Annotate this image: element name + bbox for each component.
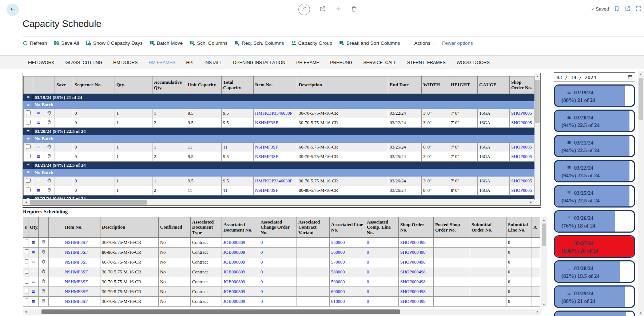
sched-col-icon-1[interactable] (33, 76, 44, 94)
item-no-link[interactable]: HMFKDP3346030P (255, 178, 293, 183)
req-col-Associated Comp. Line No.[interactable]: Associated Comp. Line No. (365, 217, 399, 238)
toolbar-button-show-0-capacity-days[interactable]: Show 0 Capacity Days (86, 40, 143, 46)
tab-wood-doors[interactable]: WOOD_DOORS (451, 60, 495, 65)
calendar-icon[interactable] (628, 75, 633, 80)
row-menu-icon[interactable]: ≡ (28, 248, 39, 257)
capacity-date-input[interactable]: 03 / 19 / 2024 (554, 72, 635, 82)
item-no-link[interactable]: NSHMF3SF (65, 289, 88, 294)
row-menu-icon[interactable]: ≡ (28, 297, 39, 307)
sched-col-Save[interactable]: Save (55, 76, 73, 94)
sched-col-Accumulative Qty.[interactable]: Accumulative Qty. (152, 76, 186, 94)
cell-save[interactable] (55, 118, 73, 128)
change-order-link[interactable]: 0 (261, 269, 263, 274)
shop-order-link[interactable]: SHOP0005 (511, 154, 532, 159)
group-menu-icon[interactable]: ≡ (24, 162, 33, 169)
item-no-link[interactable]: NSHMF3SF (255, 188, 278, 193)
row-checkbox[interactable] (26, 120, 31, 125)
change-order-link[interactable]: 0 (261, 289, 263, 294)
cell-save[interactable] (55, 186, 73, 195)
schedule-horizontal-scrollbar[interactable]: ◄ ► (23, 199, 534, 205)
drag-handle-icon[interactable] (39, 257, 49, 267)
comp-line-link[interactable]: 0 (367, 250, 369, 255)
assoc-line-link[interactable]: 570000 (331, 260, 345, 265)
capacity-card-04-01-24[interactable]: ≡04/01/24 (554, 311, 635, 316)
item-no-link[interactable]: NSHMF3SF (65, 279, 88, 284)
group-menu-icon[interactable]: ≡ (24, 94, 33, 101)
req-col-A[interactable]: A (532, 217, 540, 238)
shop-order-link[interactable]: SHOP0005 (511, 178, 532, 183)
assoc-line-link[interactable]: 560000 (331, 250, 345, 255)
row-checkbox[interactable] (25, 289, 28, 293)
row-checkbox[interactable] (25, 279, 28, 284)
item-no-link[interactable]: NSHMF3SF (65, 260, 88, 265)
capacity-card-03-22-24[interactable]: ≡03/22/24(94%) 22.5 of 24 (554, 160, 635, 182)
fewer-options-button[interactable]: Fewer options (442, 40, 473, 46)
cell-sequence[interactable]: 0 (73, 177, 115, 186)
change-order-link[interactable]: 0 (261, 299, 263, 304)
assoc-doc-link[interactable]: JOB000809 (223, 279, 245, 284)
toolbar-button-refresh[interactable]: Refresh (23, 40, 47, 46)
card-menu-icon[interactable]: ≡ (567, 189, 571, 196)
assoc-doc-link[interactable]: JOB000809 (223, 299, 245, 304)
comp-line-link[interactable]: 0 (367, 279, 369, 284)
assoc-line-link[interactable]: 590000 (331, 279, 345, 284)
assoc-doc-link[interactable]: JOB000809 (223, 289, 245, 294)
back-button[interactable] (7, 4, 19, 16)
row-menu-icon[interactable]: ≡ (33, 143, 44, 152)
row-checkbox[interactable] (25, 269, 28, 274)
sched-col-End Date[interactable]: End Date (388, 76, 422, 94)
shop-order-link[interactable]: SHOP0005 (511, 188, 532, 193)
shop-order-link[interactable]: SHOP0005 (511, 120, 532, 125)
cell-save[interactable] (55, 152, 73, 162)
capacity-card-03-27-24[interactable]: ≡03/27/24(108%) 26 of 24 (554, 235, 635, 258)
sched-col-icon-0[interactable] (24, 76, 33, 94)
row-checkbox[interactable] (26, 154, 31, 158)
toolbar-button-capacity-group[interactable]: Capacity Group (291, 40, 333, 46)
drag-handle-icon[interactable] (44, 118, 55, 128)
comp-line-link[interactable]: 0 (367, 260, 369, 265)
req-col-Submittal Order No.[interactable]: Submittal Order No. (470, 217, 506, 238)
change-order-link[interactable]: 0 (261, 260, 263, 265)
shop-order-link[interactable]: SHOP000498 (400, 299, 425, 304)
req-col-Item No.[interactable]: Item No. (63, 217, 100, 238)
req-col-Description[interactable]: Description (100, 217, 159, 238)
row-menu-icon[interactable]: ≡ (33, 152, 44, 162)
toolbar-button-batch-move[interactable]: Batch Move (150, 40, 183, 46)
cell-save[interactable] (55, 177, 73, 186)
item-no-link[interactable]: HMFKDP3346030P (255, 111, 293, 116)
req-col-Confirmed[interactable]: Confirmed (159, 217, 191, 238)
assoc-line-link[interactable]: 580000 (331, 269, 345, 274)
requires-vertical-scrollbar[interactable]: ▲ ▼ (541, 217, 547, 307)
assoc-doc-link[interactable]: JOB000809 (223, 240, 245, 245)
capacity-card-03-25-24[interactable]: ≡03/25/24(94%) 22.5 of 24 (554, 185, 635, 208)
sched-col-Unit Capacity[interactable]: Unit Capacity (186, 76, 222, 94)
req-col-Associated Contract Variant[interactable]: Associated Contract Variant (297, 217, 330, 238)
row-checkbox[interactable] (26, 187, 31, 192)
card-menu-icon[interactable]: ≡ (567, 290, 571, 297)
assoc-line-link[interactable]: 600000 (331, 289, 345, 294)
card-menu-icon[interactable]: ≡ (567, 89, 571, 96)
card-menu-icon[interactable]: ≡ (567, 164, 571, 171)
row-menu-icon[interactable]: ≡ (28, 238, 39, 248)
row-menu-icon[interactable]: ≡ (33, 177, 44, 186)
cell-save[interactable] (55, 109, 73, 118)
tab-opening-installation[interactable]: OPENING INSTALLATION (227, 60, 291, 65)
card-menu-icon[interactable]: ≡ (567, 265, 571, 272)
item-no-link[interactable]: NSHMF3SF (255, 145, 278, 150)
sched-col-WIDTH[interactable]: WIDTH (422, 76, 449, 94)
add-icon[interactable] (335, 6, 341, 13)
tab-service-call[interactable]: SERVICE_CALL (358, 60, 401, 65)
req-col-Submittal Line No.[interactable]: Submittal Line No. (506, 217, 532, 238)
assoc-doc-link[interactable]: JOB000809 (223, 260, 245, 265)
capacity-card-03-20-24[interactable]: ≡03/20/24(94%) 22.5 of 24 (554, 110, 635, 132)
item-no-link[interactable]: NSHMF3SF (255, 154, 278, 159)
shop-order-link[interactable]: SHOP000498 (400, 289, 425, 294)
shop-order-link[interactable]: SHOP000498 (400, 250, 425, 255)
sched-col-icon-2[interactable] (44, 76, 55, 94)
drag-handle-icon[interactable] (44, 152, 55, 162)
capacity-card-03-21-24[interactable]: ≡03/21/24(94%) 22.5 of 24 (554, 135, 635, 157)
comp-line-link[interactable]: 0 (367, 299, 369, 304)
drag-handle-icon[interactable] (44, 109, 55, 118)
bookmark-icon[interactable] (614, 6, 620, 12)
sched-col-Total Capacity[interactable]: Total Capacity (222, 76, 254, 94)
